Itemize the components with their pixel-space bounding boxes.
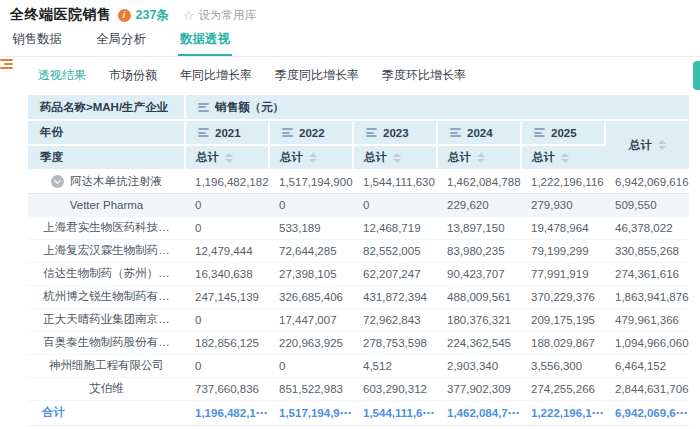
side-drawer-handle[interactable] (693, 61, 700, 90)
row-name-label: 上海君实生物医药科技… (43, 220, 170, 235)
subtotal-header-2024[interactable]: 总计 (437, 145, 521, 170)
year-list-icon (366, 128, 377, 137)
value-cell: 188,029,867 (521, 331, 605, 354)
table-row[interactable]: 阿达木单抗注射液1,196,482,1821,517,194,9001,544,… (28, 170, 689, 193)
subtotal-header-2025[interactable]: 总计 (521, 145, 605, 170)
sort-icon[interactable] (477, 153, 485, 163)
header-row-years: 年份 2021 2022 2023 2024 (28, 120, 689, 145)
year-header-2022[interactable]: 2022 (269, 120, 353, 145)
value-cell: 180,376,321 (437, 308, 521, 331)
row-name-label: 上海复宏汉霖生物制药… (43, 243, 170, 258)
subtotal-label: 总计 (532, 150, 555, 165)
value-cell: 0 (185, 193, 269, 216)
table-row[interactable]: 正大天晴药业集团南京…017,447,00772,962,843180,376,… (28, 308, 689, 331)
value-cell: 737,660,836 (185, 377, 269, 400)
sort-icon[interactable] (561, 153, 569, 163)
value-cell: 4,512 (353, 354, 437, 377)
value-cell: 2,844,631,706 (605, 377, 689, 400)
sort-icon[interactable] (309, 153, 317, 163)
year-label: 2023 (383, 127, 409, 139)
tab-global-analysis[interactable]: 全局分析 (94, 31, 148, 56)
value-cell: 0 (185, 216, 269, 239)
value-cell: 72,962,843 (353, 308, 437, 331)
subtab-pivot-result[interactable]: 透视结果 (38, 67, 86, 84)
year-header-2021[interactable]: 2021 (185, 120, 269, 145)
value-cell: 533,189 (269, 216, 353, 239)
value-cell: 509,550 (605, 193, 689, 216)
value-cell: 220,963,925 (269, 331, 353, 354)
record-count-badge: 237条 (136, 7, 169, 24)
value-cell: 851,522,983 (269, 377, 353, 400)
value-cell: 1,222,196,116 (521, 170, 605, 193)
subtotal-header-2023[interactable]: 总计 (353, 145, 437, 170)
value-cell: 330,855,268 (605, 239, 689, 262)
tab-sales-data[interactable]: 销售数据 (10, 31, 64, 56)
value-cell: 1,196,482,182 (185, 170, 269, 193)
table-row[interactable]: Vetter Pharma000229,620279,930509,550 (28, 193, 689, 216)
value-cell: 0 (353, 193, 437, 216)
table-row[interactable]: 杭州博之锐生物制药有…247,145,139326,685,406431,872… (28, 285, 689, 308)
value-cell: 19,478,964 (521, 216, 605, 239)
value-cell: 72,644,285 (269, 239, 353, 262)
sort-icon[interactable] (658, 140, 666, 150)
value-cell: 479,961,366 (605, 308, 689, 331)
pivot-settings-icon[interactable] (0, 59, 13, 72)
value-cell: 247,145,139 (185, 285, 269, 308)
row-name-label: 神州细胞工程有限公司 (49, 358, 164, 373)
footer-value-cell: 1,222,196,1⋯ (521, 400, 605, 425)
value-cell: 182,856,125 (185, 331, 269, 354)
year-list-icon (534, 128, 545, 137)
value-cell: 16,340,638 (185, 262, 269, 285)
value-cell: 1,517,194,900 (269, 170, 353, 193)
value-cell: 13,897,150 (437, 216, 521, 239)
table-row[interactable]: 神州细胞工程有限公司004,5122,903,3403,556,3006,464… (28, 354, 689, 377)
subtotal-header-2022[interactable]: 总计 (269, 145, 353, 170)
row-name-label: 艾伯维 (89, 381, 124, 396)
value-cell: 90,423,707 (437, 262, 521, 285)
main-tab-bar: 销售数据 全局分析 数据透视 (0, 30, 700, 57)
value-cell: 46,378,022 (605, 216, 689, 239)
value-cell: 1,462,084,788 (437, 170, 521, 193)
measure-header-cell[interactable]: 销售额（元） (185, 95, 689, 120)
footer-value-cell: 1,196,482,1⋯ (185, 400, 269, 425)
table-row[interactable]: 艾伯维737,660,836851,522,983603,290,312377,… (28, 377, 689, 400)
value-cell: 77,991,919 (521, 262, 605, 285)
value-cell: 1,094,966,060 (605, 331, 689, 354)
year-list-icon (450, 128, 461, 137)
value-cell: 279,930 (521, 193, 605, 216)
company-name-cell: 杭州博之锐生物制药有… (28, 285, 185, 308)
year-header-2025[interactable]: 2025 (521, 120, 605, 145)
value-cell: 6,464,152 (605, 354, 689, 377)
table-row[interactable]: 百奥泰生物制药股份有…182,856,125220,963,925278,753… (28, 331, 689, 354)
grand-total-header[interactable]: 总计 (605, 120, 689, 170)
value-cell: 326,685,406 (269, 285, 353, 308)
value-cell: 62,207,247 (353, 262, 437, 285)
quarter-row-label: 季度 (28, 145, 185, 170)
subtotal-header-2021[interactable]: 总计 (185, 145, 269, 170)
set-favorite-button[interactable]: ☆ 设为常用库 (183, 8, 256, 23)
company-name-cell: 上海君实生物医药科技… (28, 216, 185, 239)
value-cell: 431,872,394 (353, 285, 437, 308)
sort-icon[interactable] (225, 153, 233, 163)
value-cell: 229,620 (437, 193, 521, 216)
year-label: 2022 (299, 127, 325, 139)
value-cell: 278,753,598 (353, 331, 437, 354)
subtab-quarter-qoq-growth[interactable]: 季度环比增长率 (382, 67, 466, 84)
collapse-icon[interactable] (51, 175, 64, 188)
info-icon[interactable]: i (118, 9, 131, 22)
year-label: 2021 (215, 127, 241, 139)
table-row[interactable]: 信达生物制药（苏州）…16,340,63827,398,10562,207,24… (28, 262, 689, 285)
header-row-quarter: 季度 总计 总计 总计 总计 (28, 145, 689, 170)
company-name-cell: 神州细胞工程有限公司 (28, 354, 185, 377)
company-name-cell: 百奥泰生物制药股份有… (28, 331, 185, 354)
subtab-yoy-growth[interactable]: 年同比增长率 (180, 67, 252, 84)
table-row[interactable]: 上海君实生物医药科技…0533,18912,468,71913,897,1501… (28, 216, 689, 239)
sort-icon[interactable] (393, 153, 401, 163)
subtab-quarter-yoy-growth[interactable]: 季度同比增长率 (275, 67, 359, 84)
year-header-2023[interactable]: 2023 (353, 120, 437, 145)
tab-data-pivot[interactable]: 数据透视 (178, 31, 232, 56)
pivot-table: 药品名称>MAH/生产企业 销售额（元） 年份 2021 (28, 95, 689, 426)
subtab-market-share[interactable]: 市场份额 (109, 67, 157, 84)
year-header-2024[interactable]: 2024 (437, 120, 521, 145)
table-row[interactable]: 上海复宏汉霖生物制药…12,479,44472,644,28582,552,00… (28, 239, 689, 262)
